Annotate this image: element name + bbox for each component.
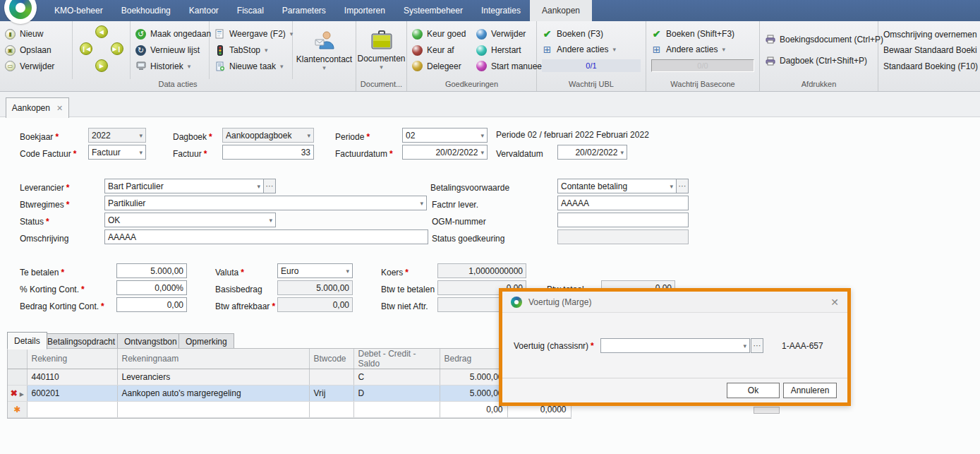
cancel-button[interactable]: Annuleren [783, 383, 837, 398]
btw-aftrekbaar-input: 0,00 [277, 297, 353, 312]
start-manual-button[interactable]: Start manueel [476, 61, 531, 71]
leverancier-combo[interactable]: Bart Particulier▾ [104, 179, 264, 193]
reject-button[interactable]: Keur af [412, 45, 466, 56]
periode-combo[interactable]: 02▾ [402, 128, 488, 143]
nav-first-icon[interactable]: ❙◀ [80, 42, 92, 55]
restart-button[interactable]: Herstart [476, 45, 531, 56]
valuta-combo[interactable]: Euro▾ [277, 263, 353, 278]
grid-header-rekening[interactable]: Rekening [27, 349, 117, 369]
table-row[interactable]: 440110 Leveranciers C 5.000,00 [8, 369, 571, 386]
history-button[interactable]: Historiek ▾ [135, 61, 204, 71]
code-factuur-combo[interactable]: Factuur▾ [88, 145, 146, 160]
dialog-footer: Ok Annuleren [502, 378, 847, 402]
ogm-nummer-input[interactable] [557, 213, 689, 227]
dialog-title: Voertuig (Marge) [528, 297, 591, 307]
grid-header-rekeningnaam[interactable]: Rekeningnaam [117, 349, 309, 369]
bewaar-standaard-boeking-button[interactable]: Bewaar Standaard Boeki [883, 45, 978, 55]
boekjaar-combo[interactable]: 2022▾ [88, 128, 146, 143]
ribbon-group-standaard: Omschrijving overnemen Bewaar Standaard … [878, 21, 980, 91]
bedrag-korting-input[interactable]: 0,00 [116, 297, 187, 312]
nav-last-icon[interactable]: ▶❙ [111, 42, 123, 55]
boeken-ubl-button[interactable]: ✔ Boeken (F3) [542, 28, 641, 39]
pct-korting-label: % Korting Cont.* [20, 285, 85, 294]
table-row-selected[interactable]: ✖▶ 600201 Aankopen auto's margeregeling … [8, 386, 571, 402]
ok-button[interactable]: Ok [727, 383, 780, 398]
view-icon [214, 29, 225, 40]
close-icon[interactable]: ✕ [830, 297, 839, 308]
dagboek-combo[interactable]: Aankoopdagboek▾ [222, 128, 314, 143]
nav-next-icon[interactable]: ▶ [95, 59, 108, 72]
menubar: KMO-beheer Boekhouding Kantoor Fiscaal P… [0, 0, 980, 21]
view-button[interactable]: Weergave (F2) ▾ [214, 29, 287, 40]
factnr-lever-input[interactable]: AAAAA [557, 196, 689, 210]
close-icon[interactable]: ✕ [56, 104, 63, 113]
standaard-boeking-button[interactable]: Standaard Boeking (F10) [883, 61, 978, 71]
menu-kantoor[interactable]: Kantoor [180, 0, 228, 21]
dropdown-arrow-icon: ▾ [740, 342, 746, 350]
save-button[interactable]: ▣ Opslaan [5, 45, 67, 56]
betalingsvoorwaarde-combo[interactable]: Contante betaling▾ [557, 179, 677, 193]
voertuig-chassisnr-combo[interactable]: ▾ [600, 338, 750, 353]
customer-contact-button[interactable]: Klantencontact ▾ [296, 54, 352, 71]
grid-header-dcs[interactable]: Debet - Credit - Saldo [353, 349, 440, 369]
menu-parameters[interactable]: Parameters [273, 0, 335, 21]
factuurdatum-picker[interactable]: 20/02/2022▾ [402, 145, 488, 160]
table-row-new[interactable]: ✱ 0,00 0,0000 [8, 402, 571, 418]
voertuig-lookup-button[interactable]: ⋯ [751, 338, 763, 353]
delete-button[interactable]: ▭ Verwijder [5, 61, 67, 71]
documents-button[interactable]: Documenten ▾ [357, 54, 405, 71]
refresh-list-button[interactable]: ↻ Vernieuw lijst [135, 45, 204, 56]
group-label-afdrukken: Afdrukken [760, 79, 878, 91]
tab-details[interactable]: Details [7, 332, 47, 350]
koers-label: Koers* [381, 268, 409, 277]
status-combo[interactable]: OK▾ [104, 213, 276, 227]
factuur-input[interactable]: 33 [222, 145, 314, 160]
andere-acties-ubl-button[interactable]: ⊞ Andere acties ▾ [542, 44, 641, 54]
history-icon [135, 61, 146, 71]
tab-betalingsopdracht[interactable]: Betalingsopdracht [40, 333, 122, 350]
nav-previous-icon[interactable]: ◀ [95, 25, 108, 38]
menu-systeembeheer[interactable]: Systeembeheer [394, 0, 472, 21]
boeken-basecone-button[interactable]: ✔ Boeken (Shift+F3) [651, 28, 754, 39]
betalingsvoorwaarde-lookup-button[interactable]: ⋯ [676, 179, 689, 193]
document-tab-aankopen[interactable]: Aankopen ✕ [6, 97, 69, 118]
delegate-button[interactable]: Delegeer [412, 61, 466, 71]
status-goedkeuring-input [557, 229, 689, 244]
print-booking-document-button[interactable]: Boekingsdocument (Ctrl+P) [765, 34, 873, 44]
grid-header-bedrag[interactable]: Bedrag [440, 349, 507, 369]
periode-info-text: Periode 02 / februari 2022 Februari 2022 [496, 130, 649, 140]
ogm-nummer-label: OGM-nummer [432, 217, 486, 227]
grid-header-btwcode[interactable]: Btwcode [309, 349, 353, 369]
menu-tab-aankopen[interactable]: Aankopen [530, 0, 592, 21]
basecone-queue-counter: 0/0 [651, 59, 754, 72]
new-task-button[interactable]: Nieuwe taak ▾ [214, 61, 287, 71]
dropdown-arrow-icon: ▾ [417, 200, 423, 207]
print-journal-button[interactable]: Dagboek (Ctrl+Shift+P) [765, 56, 873, 66]
tab-opmerking[interactable]: Opmerking [179, 333, 234, 350]
leverancier-lookup-button[interactable]: ⋯ [263, 179, 276, 193]
btwregimes-combo[interactable]: Partikulier▾ [104, 196, 427, 210]
te-betalen-input[interactable]: 5.000,00 [116, 263, 187, 278]
vervaldatum-picker[interactable]: 20/02/2022▾ [557, 145, 627, 160]
status-label: Status* [20, 217, 49, 227]
omschrijving-overnemen-button[interactable]: Omschrijving overnemen [883, 30, 978, 40]
undo-button[interactable]: ↺ Maak ongedaan [135, 29, 204, 40]
menu-boekhouding[interactable]: Boekhouding [112, 0, 180, 21]
pct-korting-input[interactable]: 0,000% [116, 280, 187, 295]
tabstop-button[interactable]: TabStop ▾ [214, 45, 287, 56]
remove-approval-button[interactable]: Verwijder [476, 29, 531, 40]
new-button[interactable]: ▮ Nieuw [5, 29, 67, 40]
menu-integraties[interactable]: Integraties [472, 0, 530, 21]
menu-fiscaal[interactable]: Fiscaal [228, 0, 273, 21]
tab-ontvangstbon[interactable]: Ontvangstbon [117, 333, 184, 350]
voertuig-marge-dialog: Voertuig (Marge) ✕ Voertuig (chassisnr)*… [499, 288, 851, 406]
omschrijving-input[interactable]: AAAAA [104, 229, 428, 244]
menu-kmo-beheer[interactable]: KMO-beheer [45, 0, 112, 21]
andere-acties-basecone-button[interactable]: ⊞ Andere acties ▾ [651, 44, 754, 54]
approve-button[interactable]: Keur goed [412, 29, 466, 40]
delete-row-icon[interactable]: ✖ [11, 388, 18, 398]
menu-importeren[interactable]: Importeren [335, 0, 394, 21]
ribbon-group-data-acties: ▮ Nieuw ▣ Opslaan ▭ Verwijder ◀ [0, 21, 356, 91]
undo-icon: ↺ [135, 29, 146, 40]
code-factuur-label: Code Factuur* [20, 149, 76, 159]
